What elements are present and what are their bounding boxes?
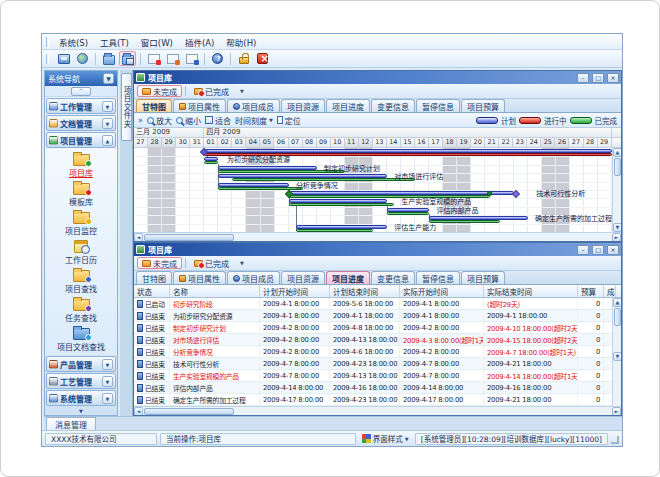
gantt-vscrollbar-up[interactable]: ▲ bbox=[613, 148, 621, 157]
gantt-window-tab-props[interactable]: 项目属性 bbox=[173, 99, 226, 112]
gantt-window-tab-resources[interactable]: 项目资源 bbox=[281, 99, 325, 112]
table-window-tab-pauses[interactable]: 暂停信息 bbox=[416, 271, 460, 284]
resize-grip[interactable] bbox=[611, 436, 619, 444]
tab-project-folder[interactable]: 项目文件夹 bbox=[121, 73, 132, 141]
nav-item-project-library[interactable]: 项目库 bbox=[45, 151, 117, 178]
mail-new-button[interactable] bbox=[145, 51, 162, 66]
gantt-hscrollbar[interactable]: ◄► bbox=[134, 232, 621, 241]
table-hscrollbar-left[interactable]: ◄ bbox=[134, 407, 143, 416]
gantt-bar-plan[interactable] bbox=[218, 183, 288, 187]
nav-item-project-search[interactable]: 项目查找 bbox=[45, 267, 117, 294]
workspace-button[interactable] bbox=[55, 51, 72, 66]
interface-style-button[interactable]: 界面样式 ▼ bbox=[359, 433, 412, 445]
gantt-fit-button[interactable]: 适合 bbox=[205, 115, 231, 126]
column-header-plan-end[interactable]: 计划结束时间 bbox=[330, 285, 400, 297]
menu-tools[interactable]: 工具(T) bbox=[94, 35, 135, 49]
folder-button[interactable] bbox=[100, 51, 117, 66]
column-header-actual-start[interactable]: 实际开始时间 bbox=[400, 285, 484, 297]
table-hscrollbar-right[interactable]: ► bbox=[612, 407, 621, 416]
group-product-mgmt[interactable]: 产品管理▼ bbox=[46, 356, 116, 372]
table-window-tab-resources[interactable]: 项目资源 bbox=[281, 271, 325, 284]
tab-message-management[interactable]: 消息管理 bbox=[46, 417, 96, 430]
gantt-bar-done[interactable] bbox=[218, 187, 302, 190]
gantt-bar-done[interactable] bbox=[289, 203, 394, 206]
table-row[interactable]: 已结束为初步研究分配资源2009-4-1 8:00:002009-4-1 18:… bbox=[134, 310, 621, 322]
group-product-mgmt-arrow[interactable]: ▼ bbox=[102, 359, 113, 370]
table-row[interactable]: 已结束分析竞争情况2009-4-2 8:00:002009-4-6 18:00:… bbox=[134, 346, 621, 358]
group-project-mgmt-arrow[interactable]: ▲ bbox=[102, 135, 113, 146]
group-doc-mgmt[interactable]: 文档管理▼ bbox=[46, 115, 116, 131]
gantt-timescale-button[interactable]: 时间刻度▼ bbox=[235, 115, 273, 126]
gantt-window-filter-finished[interactable]: 已完成 bbox=[189, 85, 234, 97]
gantt-vscrollbar[interactable]: ▲▼ bbox=[612, 148, 621, 232]
gantt-hscrollbar-right[interactable]: ► bbox=[612, 233, 621, 242]
gantt-window-close-button[interactable]: × bbox=[607, 73, 619, 83]
group-system-mgmt[interactable]: 系统管理▼ bbox=[46, 390, 116, 406]
table-row[interactable]: 已结束评估内部产品2009-4-14 8:00:002009-4-16 18:0… bbox=[134, 382, 621, 394]
menu-help[interactable]: 帮助(H) bbox=[220, 35, 262, 49]
gantt-window-maximize-button[interactable]: □ bbox=[592, 73, 604, 83]
gantt-window-tab-changes[interactable]: 变更信息 bbox=[371, 99, 415, 112]
nav-item-task-search[interactable]: 任务查找 bbox=[45, 296, 117, 323]
sidebar-overflow-button[interactable]: ▼ bbox=[45, 406, 117, 415]
column-header-status[interactable]: 状态 bbox=[134, 285, 170, 297]
globe-button[interactable] bbox=[74, 51, 91, 66]
table-window-tab-changes[interactable]: 变更信息 bbox=[371, 271, 415, 284]
table-window-titlebar[interactable]: 项目库–□× bbox=[134, 243, 621, 256]
table-window-filter-unfinished[interactable]: 未完成 bbox=[137, 257, 182, 269]
table-window-tab-props[interactable]: 项目属性 bbox=[173, 271, 226, 284]
gantt-window-tab-gantt[interactable]: 甘特图 bbox=[136, 99, 172, 112]
group-doc-mgmt-arrow[interactable]: ▼ bbox=[102, 118, 113, 129]
menu-plugins[interactable]: 插件(A) bbox=[179, 35, 220, 49]
gantt-vscrollbar-thumb[interactable] bbox=[614, 158, 621, 176]
table-window-tab-members[interactable]: 项目成员 bbox=[227, 271, 280, 284]
gantt-bar-plan[interactable] bbox=[296, 225, 387, 229]
gantt-zoom-in-button[interactable]: 放大 bbox=[147, 115, 172, 126]
column-header-plan-start[interactable]: 计划开始时间 bbox=[260, 285, 330, 297]
table-window-maximize-button[interactable]: □ bbox=[592, 245, 604, 255]
group-system-mgmt-arrow[interactable]: ▼ bbox=[102, 393, 113, 404]
gantt-window-tab-pauses[interactable]: 暂停信息 bbox=[416, 99, 460, 112]
nav-item-project-monitor[interactable]: 项目监控 bbox=[45, 209, 117, 236]
help-button[interactable] bbox=[209, 51, 226, 66]
column-header-actual-end[interactable]: 实际结束时间 bbox=[484, 285, 578, 297]
table-window-tab-progress[interactable]: 项目进度 bbox=[326, 271, 370, 284]
gantt-window-tab-budget[interactable]: 项目预算 bbox=[461, 99, 505, 112]
table-row[interactable]: 已结束生产实验室规模的产品2009-4-7 8:00:002009-4-13 1… bbox=[134, 370, 621, 382]
table-row[interactable]: 已结束技术可行性分析2009-4-7 8:00:002009-4-23 18:0… bbox=[134, 358, 621, 370]
table-row[interactable]: 已结束确定生产所需的加工过程2009-4-17 8:00:002009-4-23… bbox=[134, 394, 621, 406]
table-vscrollbar[interactable]: ▲▼ bbox=[612, 298, 621, 406]
gantt-bar-done[interactable] bbox=[296, 229, 373, 232]
exit-button[interactable] bbox=[254, 51, 271, 66]
gantt-bar-done[interactable] bbox=[429, 220, 499, 223]
gantt-hscrollbar-left[interactable]: ◄ bbox=[134, 233, 143, 242]
table-hscrollbar-thumb[interactable] bbox=[144, 408, 234, 415]
gantt-toolbar-overflow[interactable]: » bbox=[138, 116, 143, 125]
table-window-minimize-button[interactable]: – bbox=[577, 245, 589, 255]
table-window-filter-finished[interactable]: 已完成 bbox=[189, 257, 234, 269]
column-header-name[interactable]: 名称 bbox=[170, 285, 260, 297]
table-window-tab-gantt[interactable]: 甘特图 bbox=[136, 271, 172, 284]
mail-read-button[interactable] bbox=[164, 51, 181, 66]
gantt-zoom-out-button[interactable]: 缩小 bbox=[176, 115, 201, 126]
menu-window[interactable]: 窗口(W) bbox=[135, 35, 179, 49]
table-vscrollbar-up[interactable]: ▲ bbox=[613, 298, 621, 307]
group-project-mgmt[interactable]: 项目管理▲ bbox=[46, 132, 116, 148]
table-hscrollbar[interactable]: ◄► bbox=[134, 406, 621, 415]
column-header-budget[interactable]: 预算 bbox=[578, 285, 604, 297]
table-window-filter-more-button[interactable]: ▼ bbox=[237, 258, 247, 268]
table-window-close-button[interactable]: × bbox=[607, 245, 619, 255]
pin-icon[interactable]: ▼ bbox=[103, 73, 114, 84]
gantt-bar-done[interactable] bbox=[387, 212, 429, 215]
gantt-window-filter-more-button[interactable]: ▼ bbox=[237, 86, 247, 96]
nav-item-project-doc-search[interactable]: 项目文档查找 bbox=[45, 325, 117, 352]
nav-item-work-calendar[interactable]: 工作日历 bbox=[45, 238, 117, 265]
table-vscrollbar-thumb[interactable] bbox=[614, 308, 621, 326]
nav-item-template-library[interactable]: 模板库 bbox=[45, 180, 117, 207]
gantt-window-tab-members[interactable]: 项目成员 bbox=[227, 99, 280, 112]
group-work-mgmt[interactable]: 工作管理▼ bbox=[46, 98, 116, 114]
table-row[interactable]: 已结束对市场进行评估2009-4-2 8:00:002009-4-13 18:0… bbox=[134, 334, 621, 346]
gantt-window-titlebar[interactable]: 项目库–□× bbox=[134, 71, 621, 84]
table-window-tab-budget[interactable]: 项目预算 bbox=[461, 271, 505, 284]
project-folder-button[interactable] bbox=[119, 51, 136, 66]
